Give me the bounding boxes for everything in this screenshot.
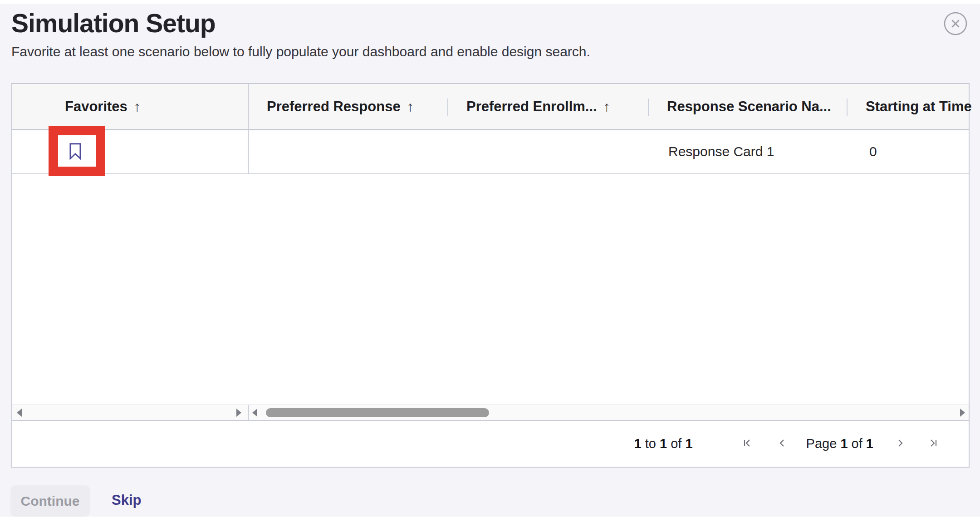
scroll-right-arrow[interactable] <box>236 409 241 417</box>
bookmark-icon <box>69 143 82 161</box>
cell-starting-at-time: 0 <box>869 130 877 173</box>
column-label: Favorites <box>65 99 127 115</box>
column-header-favorites[interactable]: Favorites ↑ <box>65 84 141 129</box>
header-separator <box>847 99 848 116</box>
scroll-left-arrow[interactable] <box>17 409 22 417</box>
chevron-left-icon <box>775 436 789 451</box>
column-label: Starting at Time <box>866 99 972 115</box>
favorite-bookmark-button[interactable] <box>65 142 85 162</box>
skip-button[interactable]: Skip <box>112 492 141 508</box>
scenario-table: Favorites ↑ Preferred Response ↑ Preferr… <box>11 83 970 468</box>
simulation-setup-dialog: Simulation Setup Favorite at least one s… <box>0 0 980 523</box>
close-button[interactable] <box>943 11 968 36</box>
chevron-bar-left-icon <box>740 436 754 451</box>
column-label: Preferred Response <box>267 99 401 115</box>
cell-response-scenario-name: Response Card 1 <box>668 130 774 173</box>
rows-total: 1 <box>685 436 692 451</box>
pinned-column-divider <box>248 84 249 174</box>
prev-page-button[interactable] <box>775 436 789 451</box>
column-label: Response Scenario Na... <box>667 99 831 115</box>
sort-arrow-icon: ↑ <box>603 99 610 114</box>
page-indicator: Page 1 of 1 <box>806 436 873 451</box>
page-title: Simulation Setup <box>11 8 216 38</box>
column-header-preferred-enrollment[interactable]: Preferred Enrollm... ↑ <box>447 84 610 129</box>
rows-from: 1 <box>634 436 642 451</box>
scrollbar-thumb[interactable] <box>266 408 489 417</box>
column-header-starting-at-time[interactable]: Starting at Time <box>847 84 972 129</box>
pinned-pane-hscrollbar[interactable] <box>12 405 248 420</box>
page-subtitle: Favorite at least one scenario below to … <box>11 44 590 59</box>
column-label: Preferred Enrollm... <box>466 99 597 115</box>
page-total: 1 <box>866 436 873 451</box>
sort-arrow-icon: ↑ <box>407 99 414 114</box>
table-row: Response Card 1 0 <box>12 130 969 174</box>
horizontal-scrollbar-strip <box>12 405 969 420</box>
main-pane-hscrollbar[interactable] <box>249 405 969 420</box>
rows-to: 1 <box>660 436 667 451</box>
table-header-row: Favorites ↑ Preferred Response ↑ Preferr… <box>12 84 969 130</box>
column-header-preferred-response[interactable]: Preferred Response ↑ <box>248 84 414 129</box>
first-page-button[interactable] <box>740 436 754 451</box>
scroll-left-arrow[interactable] <box>252 409 257 417</box>
column-header-response-scenario-name[interactable]: Response Scenario Na... <box>648 84 831 129</box>
continue-button[interactable]: Continue <box>10 485 90 517</box>
next-page-button[interactable] <box>893 436 907 451</box>
sort-arrow-icon: ↑ <box>134 99 141 114</box>
chevron-bar-right-icon <box>927 436 941 451</box>
page-current: 1 <box>840 436 848 451</box>
chevron-right-icon <box>893 436 907 451</box>
table-footer: 1 to 1 of 1 <box>12 420 969 467</box>
scroll-right-arrow[interactable] <box>960 409 965 417</box>
last-page-button[interactable] <box>927 436 941 451</box>
close-icon <box>943 30 968 37</box>
header-separator <box>648 99 649 116</box>
pagination-summary: 1 to 1 of 1 <box>634 436 693 451</box>
header-separator <box>447 99 448 116</box>
